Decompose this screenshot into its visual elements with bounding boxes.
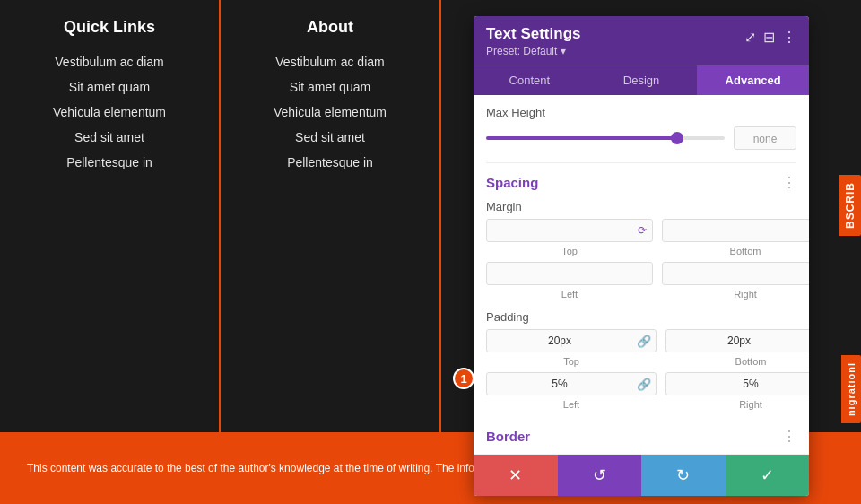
margin-left-input[interactable]: [487, 263, 652, 284]
margin-top-link-icon[interactable]: ⟳: [632, 224, 652, 237]
list-item[interactable]: Pellentesque in: [66, 155, 152, 169]
margin-bottom-input[interactable]: [663, 220, 808, 241]
margin-bottom-group: ⟳ Bottom: [662, 219, 809, 256]
border-title: Border: [486, 429, 530, 444]
max-height-value[interactable]: none: [734, 126, 796, 150]
padding-top-field-row: 🔗: [486, 329, 657, 352]
list-item[interactable]: Sed sit amet: [295, 130, 365, 144]
max-height-slider-track[interactable]: [486, 136, 725, 140]
panel-header-info: Text Settings Preset: Default ▾: [486, 25, 580, 57]
list-item[interactable]: Sit amet quam: [290, 80, 370, 94]
padding-left-label: Left: [563, 399, 579, 410]
fullscreen-icon[interactable]: ⤢: [744, 29, 756, 46]
border-section: Border ⋮: [486, 417, 796, 445]
col-title-quick-links: Quick Links: [64, 18, 155, 37]
padding-top-group: 🔗 Top: [486, 329, 657, 367]
tab-design[interactable]: Design: [586, 65, 698, 95]
padding-bottom-label: Bottom: [735, 356, 767, 367]
padding-label: Padding: [486, 310, 796, 324]
margin-top-group: ⟳ Top: [486, 219, 653, 256]
panel-header-icons: ⤢ ⊟ ⋮: [744, 29, 796, 46]
margin-left-label: Left: [561, 289, 578, 300]
save-button[interactable]: ✓: [726, 455, 810, 496]
padding-top-link-icon[interactable]: 🔗: [632, 335, 656, 348]
list-item[interactable]: Sed sit amet: [74, 130, 144, 144]
padding-top-input[interactable]: [487, 330, 632, 352]
margin-left-field-row: [486, 262, 653, 285]
padding-right-input[interactable]: [666, 373, 809, 395]
padding-right-group: Right: [665, 372, 809, 410]
max-height-slider-thumb[interactable]: [671, 132, 683, 144]
text-settings-panel: Text Settings Preset: Default ▾ ⤢ ⊟ ⋮ Co…: [474, 16, 809, 496]
padding-left-group: 🔗 Left: [486, 372, 657, 410]
subscribe-button[interactable]: BSCRIB: [839, 175, 861, 236]
panel-title: Text Settings: [486, 25, 580, 43]
spacing-menu-icon[interactable]: ⋮: [782, 174, 796, 191]
margin-bottom-link-icon[interactable]: ⟳: [808, 224, 809, 237]
padding-right-label: Right: [739, 399, 762, 410]
page-wrapper: Quick Links Vestibulum ac diam Sit amet …: [0, 0, 861, 504]
margin-label: Margin: [486, 200, 796, 213]
padding-grid: 🔗 Top 🔗 Bottom 🔗: [486, 329, 796, 410]
max-height-label: Max Height: [486, 106, 796, 119]
padding-right-field-row: [665, 372, 809, 395]
list-item[interactable]: Vehicula elementum: [53, 105, 166, 119]
panel-body: Max Height none Spacing ⋮ Margin: [474, 95, 809, 454]
col-title-about: About: [307, 18, 353, 37]
tab-content[interactable]: Content: [474, 65, 586, 95]
panel-toolbar: ✕ ↺ ↻ ✓: [474, 454, 809, 496]
spacing-title: Spacing: [486, 175, 538, 190]
list-item[interactable]: Vestibulum ac diam: [275, 55, 384, 69]
margin-right-input[interactable]: [663, 263, 809, 284]
padding-top-label: Top: [563, 356, 579, 367]
max-height-section: Max Height none: [486, 95, 796, 163]
list-item[interactable]: Sit amet quam: [69, 80, 150, 94]
margin-top-field-row: ⟳: [486, 219, 653, 242]
padding-left-link-icon[interactable]: 🔗: [632, 378, 656, 391]
padding-bottom-input[interactable]: [666, 330, 809, 352]
more-options-icon[interactable]: ⋮: [782, 29, 796, 46]
column-icon[interactable]: ⊟: [763, 29, 775, 46]
padding-left-input[interactable]: [487, 373, 632, 395]
tab-advanced[interactable]: Advanced: [697, 65, 809, 95]
margin-bottom-label: Bottom: [730, 246, 761, 256]
list-item[interactable]: Vestibulum ac diam: [55, 55, 163, 69]
max-height-slider-row: none: [486, 126, 796, 150]
margin-right-label: Right: [734, 289, 757, 300]
margin-right-group: Right: [662, 262, 809, 300]
spacing-title-row: Spacing ⋮: [486, 174, 796, 191]
margin-grid: ⟳ Top ⟳ Bottom: [486, 219, 796, 300]
margin-left-group: Left: [486, 262, 653, 300]
notification-badge: 1: [453, 368, 474, 389]
border-title-row: Border ⋮: [486, 428, 796, 445]
panel-tabs: Content Design Advanced: [474, 65, 809, 95]
margin-bottom-field-row: ⟳: [662, 219, 809, 242]
padding-left-field-row: 🔗: [486, 372, 657, 395]
undo-button[interactable]: ↺: [558, 455, 642, 496]
migration-button[interactable]: nigrationl: [841, 355, 861, 423]
redo-button[interactable]: ↻: [641, 455, 726, 496]
spacing-section: Spacing ⋮ Margin ⟳ Top: [486, 163, 796, 417]
panel-subtitle[interactable]: Preset: Default ▾: [486, 45, 580, 57]
list-item[interactable]: Vehicula elementum: [274, 105, 387, 119]
padding-bottom-group: 🔗 Bottom: [665, 329, 809, 367]
margin-top-input[interactable]: [487, 220, 632, 241]
col-quick-links: Quick Links Vestibulum ac diam Sit amet …: [0, 0, 221, 432]
cancel-button[interactable]: ✕: [474, 455, 558, 496]
list-item[interactable]: Pellentesque in: [287, 155, 373, 169]
col-about: About Vestibulum ac diam Sit amet quam V…: [221, 0, 441, 432]
max-height-slider-fill: [486, 136, 677, 140]
margin-top-label: Top: [561, 246, 578, 256]
border-menu-icon[interactable]: ⋮: [782, 428, 796, 445]
margin-right-field-row: [662, 262, 809, 285]
padding-bottom-field-row: 🔗: [665, 329, 809, 352]
panel-header: Text Settings Preset: Default ▾ ⤢ ⊟ ⋮: [474, 16, 809, 65]
